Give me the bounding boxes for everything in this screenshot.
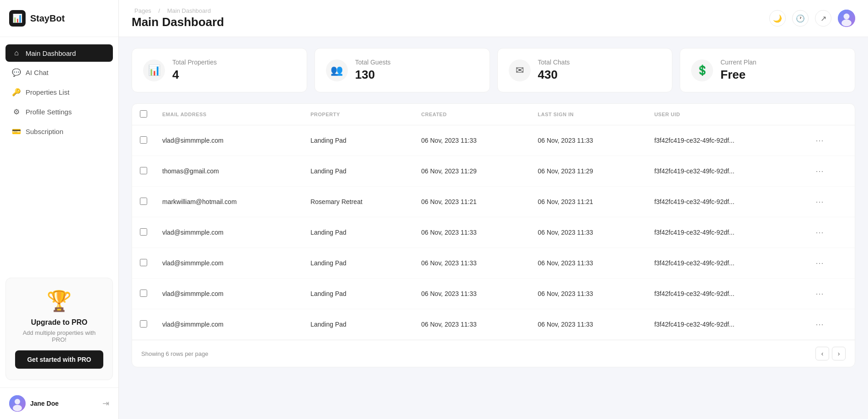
next-page-button[interactable]: ›: [832, 347, 846, 360]
row-more-button-5[interactable]: ⋯: [812, 287, 827, 301]
row-checkbox-2[interactable]: [140, 198, 147, 205]
cell-created-2: 06 Nov, 2023 11:21: [414, 187, 531, 217]
cell-property-2: Rosemary Retreat: [303, 187, 414, 217]
stat-label-total-guests: Total Guests: [355, 59, 391, 66]
select-all-checkbox[interactable]: [140, 110, 147, 118]
sidebar-item-properties-list[interactable]: 🔑Properties List: [5, 83, 113, 101]
cell-uid-6: f3f42fc419-ce32-49fc-92df...: [647, 309, 804, 340]
user-avatar: [9, 395, 26, 412]
svg-point-2: [13, 405, 22, 411]
row-more-button-6[interactable]: ⋯: [812, 317, 827, 331]
cell-uid-1: f3f42fc419-ce32-49fc-92df...: [647, 156, 804, 187]
svg-point-4: [844, 14, 850, 20]
table-row: vlad@simmmple.com Landing Pad 06 Nov, 20…: [132, 279, 855, 309]
table-row: thomas@gmail.com Landing Pad 06 Nov, 202…: [132, 156, 855, 187]
col-property: PROPERTY: [303, 104, 414, 125]
row-checkbox-1[interactable]: [140, 167, 147, 174]
sidebar-item-profile-settings[interactable]: ⚙Profile Settings: [5, 103, 113, 121]
pagination: ‹ ›: [815, 347, 846, 360]
prev-page-button[interactable]: ‹: [815, 347, 829, 360]
cell-created-4: 06 Nov, 2023 11:33: [414, 248, 531, 279]
cell-actions-2: ⋯: [804, 187, 855, 217]
cell-actions-3: ⋯: [804, 217, 855, 248]
cell-property-4: Landing Pad: [303, 248, 414, 279]
nav-label-subscription: Subscription: [26, 128, 64, 135]
sidebar-nav: ⌂Main Dashboard💬AI Chat🔑Properties List⚙…: [0, 37, 118, 270]
share-icon[interactable]: ↗: [815, 10, 831, 27]
row-more-button-3[interactable]: ⋯: [812, 226, 827, 239]
nav-label-profile-settings: Profile Settings: [26, 108, 72, 116]
upgrade-title: Upgrade to PRO: [15, 318, 103, 327]
upgrade-description: Add multiple properties with PRO!: [15, 329, 103, 343]
cell-actions-5: ⋯: [804, 279, 855, 309]
table-body: vlad@simmmple.com Landing Pad 06 Nov, 20…: [132, 125, 855, 340]
logo: 📊 StayBot: [0, 0, 118, 37]
topbar-avatar[interactable]: [838, 10, 855, 27]
breadcrumb-separator: /: [159, 7, 162, 14]
cell-created-5: 06 Nov, 2023 11:33: [414, 279, 531, 309]
sidebar-item-main-dashboard[interactable]: ⌂Main Dashboard: [5, 44, 113, 62]
stat-value-total-guests: 130: [355, 68, 391, 82]
cell-uid-3: f3f42fc419-ce32-49fc-92df...: [647, 217, 804, 248]
nav-icon-main-dashboard: ⌂: [12, 49, 21, 57]
sidebar-user: Jane Doe ⇥: [0, 387, 118, 419]
row-checkbox-6[interactable]: [140, 320, 147, 328]
logout-icon[interactable]: ⇥: [102, 398, 109, 408]
row-more-button-1[interactable]: ⋯: [812, 164, 827, 178]
cell-actions-4: ⋯: [804, 248, 855, 279]
col-user-uid: USER UID: [647, 104, 804, 125]
topbar-actions: 🌙 🕐 ↗: [769, 10, 855, 27]
row-more-button-0[interactable]: ⋯: [812, 134, 827, 147]
topbar: Pages / Main Dashboard Main Dashboard 🌙 …: [119, 0, 868, 37]
row-more-button-4[interactable]: ⋯: [812, 256, 827, 270]
stat-icon-total-chats: ✉: [509, 59, 531, 81]
sidebar-item-ai-chat[interactable]: 💬AI Chat: [5, 64, 113, 81]
sidebar: 📊 StayBot ⌂Main Dashboard💬AI Chat🔑Proper…: [0, 0, 119, 419]
row-checkbox-0[interactable]: [140, 136, 147, 144]
clock-icon[interactable]: 🕐: [792, 10, 809, 27]
rows-per-page-text: Showing 6 rows per page: [141, 350, 208, 357]
nav-label-properties-list: Properties List: [26, 88, 69, 96]
nav-icon-profile-settings: ⚙: [12, 107, 21, 116]
svg-point-1: [15, 399, 20, 404]
get-started-button[interactable]: Get started with PRO: [15, 350, 103, 369]
row-more-button-2[interactable]: ⋯: [812, 195, 827, 209]
table-row: markwilliam@hotmail.com Rosemary Retreat…: [132, 187, 855, 217]
nav-icon-subscription: 💳: [12, 127, 21, 136]
cell-email-0: vlad@simmmple.com: [155, 125, 303, 156]
cell-uid-2: f3f42fc419-ce32-49fc-92df...: [647, 187, 804, 217]
col-email: EMAIL ADDRESS: [155, 104, 303, 125]
svg-point-5: [841, 20, 852, 27]
cell-uid-0: f3f42fc419-ce32-49fc-92df...: [647, 125, 804, 156]
nav-label-ai-chat: AI Chat: [26, 69, 48, 76]
table-row: vlad@simmmple.com Landing Pad 06 Nov, 20…: [132, 248, 855, 279]
table-header: EMAIL ADDRESS PROPERTY CREATED LAST SIGN…: [132, 104, 855, 125]
breadcrumb-pages: Pages: [134, 7, 151, 14]
breadcrumb-current: Main Dashboard: [167, 7, 211, 14]
stat-label-total-chats: Total Chats: [538, 59, 570, 66]
cell-email-4: vlad@simmmple.com: [155, 248, 303, 279]
stat-icon-current-plan: 💲: [691, 59, 713, 81]
stat-card-total-properties: 📊 Total Properties 4: [132, 48, 307, 92]
cell-actions-6: ⋯: [804, 309, 855, 340]
logo-icon: 📊: [9, 10, 26, 27]
cell-created-0: 06 Nov, 2023 11:33: [414, 125, 531, 156]
cell-actions-1: ⋯: [804, 156, 855, 187]
content-area: 📊 Total Properties 4 👥 Total Guests 130 …: [119, 37, 868, 419]
cell-email-5: vlad@simmmple.com: [155, 279, 303, 309]
cell-email-2: markwilliam@hotmail.com: [155, 187, 303, 217]
row-checkbox-5[interactable]: [140, 290, 147, 297]
sidebar-item-subscription[interactable]: 💳Subscription: [5, 123, 113, 140]
nav-icon-properties-list: 🔑: [12, 88, 21, 97]
row-checkbox-4[interactable]: [140, 259, 147, 266]
row-checkbox-3[interactable]: [140, 228, 147, 236]
col-last-sign-in: LAST SIGN IN: [530, 104, 647, 125]
cell-uid-4: f3f42fc419-ce32-49fc-92df...: [647, 248, 804, 279]
cell-property-5: Landing Pad: [303, 279, 414, 309]
dark-mode-icon[interactable]: 🌙: [769, 10, 786, 27]
cell-last-sign-in-1: 06 Nov, 2023 11:29: [530, 156, 647, 187]
table-row: vlad@simmmple.com Landing Pad 06 Nov, 20…: [132, 125, 855, 156]
cell-email-1: thomas@gmail.com: [155, 156, 303, 187]
user-name: Jane Doe: [30, 400, 98, 407]
stat-value-total-chats: 430: [538, 68, 570, 82]
